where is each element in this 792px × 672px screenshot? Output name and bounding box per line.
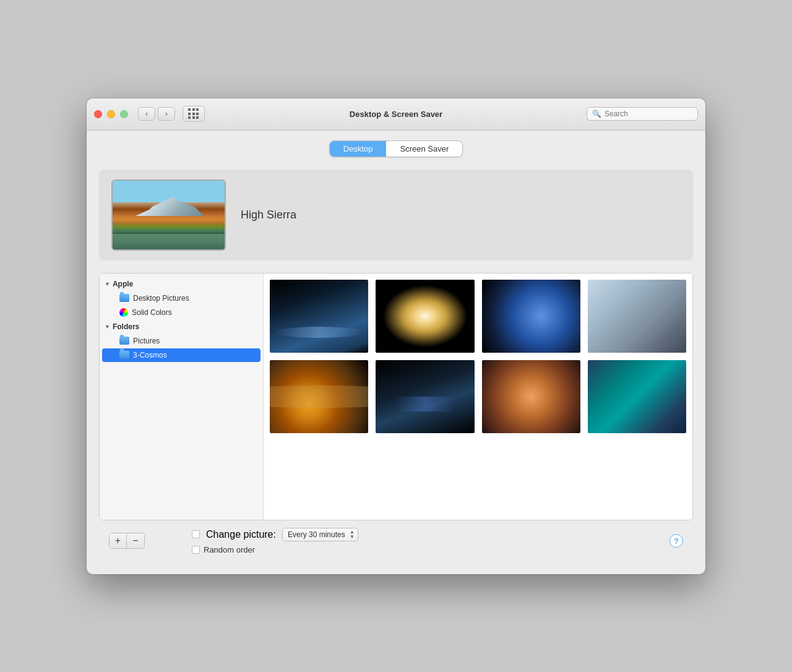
cosmos-image-5 [270,360,368,433]
list-item[interactable] [481,359,582,434]
sidebar-item-solid-colors[interactable]: Solid Colors [102,306,260,319]
close-button[interactable] [94,110,102,118]
sidebar-item-pictures[interactable]: Pictures [102,334,260,348]
preview-area: High Sierra [99,170,693,261]
cosmos-image-2 [376,280,474,353]
minimize-button[interactable] [107,110,115,118]
bottom-bar: + − Change picture: Every 30 minutes ▲▼ [99,520,693,562]
list-item[interactable] [481,278,582,354]
cosmos-image-1 [270,280,368,353]
change-picture-label: Change picture: [206,529,276,540]
list-item[interactable] [374,359,475,434]
titlebar: ‹ › Desktop & Screen Saver 🔍 [87,98,705,131]
random-order-row: Random order [192,545,660,554]
search-input[interactable] [605,110,692,118]
triangle-icon: ▼ [105,281,110,287]
search-icon: 🔍 [592,110,601,118]
sphere-icon [119,308,128,317]
search-box[interactable]: 🔍 [587,107,698,121]
add-button[interactable]: + [110,533,127,548]
grid-icon [188,108,199,119]
list-item[interactable] [374,278,475,354]
bottom-options: Change picture: Every 30 minutes ▲▼ Rand… [155,528,660,554]
list-item[interactable] [269,359,369,434]
list-item[interactable] [587,278,687,354]
change-picture-area: Change picture: Every 30 minutes ▲▼ [192,528,660,541]
sidebar-folders-label: Folders [113,322,139,331]
interval-select-wrapper: Every 30 minutes ▲▼ [282,528,358,541]
list-item[interactable] [269,278,369,354]
sidebar-apple-label: Apple [113,280,133,288]
folder-blue-icon [119,294,129,302]
change-picture-checkbox[interactable] [192,530,200,538]
sidebar-item-3cosmos[interactable]: 3-Cosmos [102,348,260,362]
solid-colors-label: Solid Colors [132,308,172,317]
nav-buttons: ‹ › [138,107,175,121]
wallpaper-name-label: High Sierra [241,209,296,222]
cosmos-image-8 [588,360,686,433]
sidebar: ▼ Apple Desktop Pictures Solid Colors ▼ … [100,274,264,520]
tab-screen-saver[interactable]: Screen Saver [386,141,462,157]
remove-button[interactable]: − [127,533,144,548]
cosmos-image-4 [588,280,686,353]
help-button[interactable]: ? [669,534,683,548]
segmented-control: Desktop Screen Saver [99,140,693,157]
cosmos-label: 3-Cosmos [133,351,167,360]
tab-desktop[interactable]: Desktop [330,141,387,157]
desktop-pictures-label: Desktop Pictures [133,294,189,303]
maximize-button[interactable] [120,110,128,118]
list-item[interactable] [587,359,687,434]
window-title: Desktop & Screen Saver [350,110,442,119]
forward-button[interactable]: › [158,107,175,121]
folder-blue-icon-2 [119,337,129,345]
window: ‹ › Desktop & Screen Saver 🔍 Desktop Scr… [87,98,705,574]
content-area: Desktop Screen Saver High Sierra ▼ Apple [87,131,705,574]
random-order-checkbox[interactable] [192,546,200,554]
cosmos-image-7 [482,360,580,433]
cosmos-image-3 [482,280,580,353]
image-grid-area [264,274,692,520]
folder-blue-icon-3 [119,351,129,359]
sidebar-item-desktop-pictures[interactable]: Desktop Pictures [102,291,260,305]
sidebar-group-apple[interactable]: ▼ Apple [100,277,263,291]
back-button[interactable]: ‹ [138,107,155,121]
pictures-label: Pictures [133,337,160,345]
wallpaper-preview-image [113,181,226,251]
tab-group: Desktop Screen Saver [329,140,463,157]
traffic-lights [94,110,128,118]
image-grid [269,278,687,435]
wallpaper-preview-thumb [111,179,226,251]
sidebar-group-folders[interactable]: ▼ Folders [100,320,263,334]
add-remove-buttons: + − [109,533,145,549]
random-order-label: Random order [204,545,255,554]
main-panel: ▼ Apple Desktop Pictures Solid Colors ▼ … [99,273,693,520]
cosmos-image-6 [376,360,474,433]
interval-select[interactable]: Every 30 minutes [282,528,358,541]
grid-view-button[interactable] [183,106,205,122]
triangle-icon-2: ▼ [105,324,110,330]
